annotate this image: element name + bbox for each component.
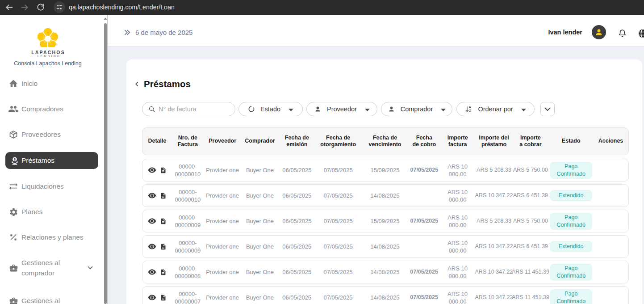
svg-text:A: A xyxy=(469,106,471,109)
svg-text:$: $ xyxy=(14,157,16,161)
svg-text:Z: Z xyxy=(469,109,471,112)
